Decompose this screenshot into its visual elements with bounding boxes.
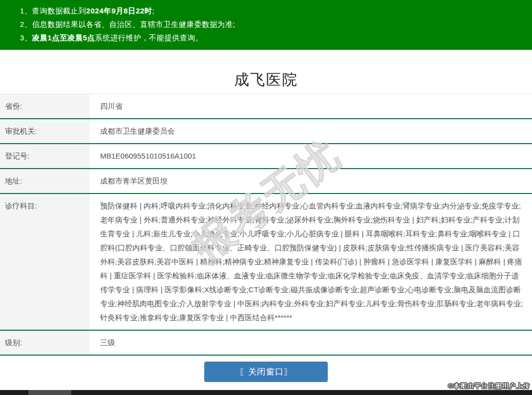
notice-line: 2、信息数据结果以各省、自治区、直辖市卫生健康委数据为准; xyxy=(20,17,532,31)
notice-number: 3、 xyxy=(20,33,32,42)
notice-bar: 1、查询数据截止到2024年9月8日22时;2、信息数据结果以各省、自治区、直辖… xyxy=(0,0,532,50)
button-row: 〖关闭窗口〗 xyxy=(0,362,532,382)
notice-line: 3、凌晨1点至凌晨5点系统进行维护，不能提供查询。 xyxy=(20,31,532,44)
close-window-button[interactable]: 〖关闭窗口〗 xyxy=(204,362,328,382)
copyright-text: ©本图由平台注册用户上传 xyxy=(448,382,530,391)
notice-text: 系统进行维护，不能提供查询。 xyxy=(95,33,203,42)
table-row: 级别:三级 xyxy=(0,331,532,356)
horizontal-scrollbar[interactable] xyxy=(0,390,532,395)
row-label: 审批机关: xyxy=(0,119,90,143)
row-value: 成都市青羊区黄田坝 xyxy=(90,169,532,193)
notice-text: 2024年9月8日22时 xyxy=(86,6,152,15)
row-label: 地址: xyxy=(0,169,90,193)
table-row: 审批机关:成都市卫生健康委员会 xyxy=(0,119,532,144)
row-value: 成都市卫生健康委员会 xyxy=(90,119,532,143)
notice-text: 凌晨1点至凌晨5点 xyxy=(32,33,95,42)
scrollbar-thumb[interactable] xyxy=(28,390,71,395)
row-value: 三级 xyxy=(90,331,532,355)
table-row: 地址:成都市青羊区黄田坝 xyxy=(0,169,532,194)
notice-text: 查询数据截止到 xyxy=(32,6,86,15)
table-row: 诊疗科目:预防保健科 | 内科;呼吸内科专业;消化内科专业;神经内科专业;心血管… xyxy=(0,194,532,331)
row-label: 省份: xyxy=(0,94,90,118)
table-row: 登记号:MB1E0609551010516A1001 xyxy=(0,144,532,169)
table-row: 省份:四川省 xyxy=(0,94,532,119)
notice-number: 2、 xyxy=(20,20,32,28)
page-title: 成飞医院 xyxy=(0,50,532,87)
content-area: 成飞医院 省份:四川省审批机关:成都市卫生健康委员会登记号:MB1E060955… xyxy=(0,50,532,382)
notice-text: ; xyxy=(152,6,155,15)
row-label: 登记号: xyxy=(0,144,90,168)
notice-number: 1、 xyxy=(20,6,32,15)
row-label: 级别: xyxy=(0,331,90,355)
page: 1、查询数据截止到2024年9月8日22时;2、信息数据结果以各省、自治区、直辖… xyxy=(0,0,532,395)
hospital-info-table: 省份:四川省审批机关:成都市卫生健康委员会登记号:MB1E06095510105… xyxy=(0,94,532,356)
notice-line: 1、查询数据截止到2024年9月8日22时; xyxy=(20,4,532,17)
row-value: 四川省 xyxy=(90,94,532,118)
row-label: 诊疗科目: xyxy=(0,194,90,330)
notice-text: 信息数据结果以各省、自治区、直辖市卫生健康委数据为准; xyxy=(32,20,235,28)
row-value: 预防保健科 | 内科;呼吸内科专业;消化内科专业;神经内科专业;心血管内科专业;… xyxy=(90,194,532,330)
row-value: MB1E0609551010516A1001 xyxy=(90,144,532,168)
